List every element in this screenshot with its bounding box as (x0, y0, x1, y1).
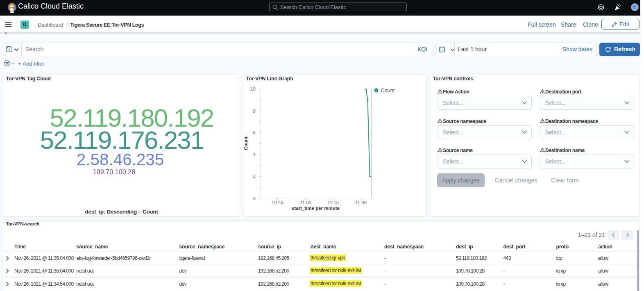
svg-text:11:00: 11:00 (300, 200, 311, 205)
svg-text:8: 8 (253, 109, 256, 114)
svg-text:0: 0 (253, 196, 256, 201)
svg-text:2: 2 (253, 174, 256, 179)
svg-text:11:30: 11:30 (355, 200, 367, 205)
svg-text:6: 6 (253, 130, 256, 135)
svg-text:10:45: 10:45 (272, 200, 283, 205)
svg-text:Count: Count (381, 87, 395, 93)
svg-text:4: 4 (253, 152, 256, 157)
svg-text:start_time per minute: start_time per minute (292, 206, 340, 211)
svg-text:11:15: 11:15 (327, 200, 339, 205)
svg-text:10: 10 (250, 86, 256, 91)
svg-text:Count: Count (243, 136, 248, 150)
